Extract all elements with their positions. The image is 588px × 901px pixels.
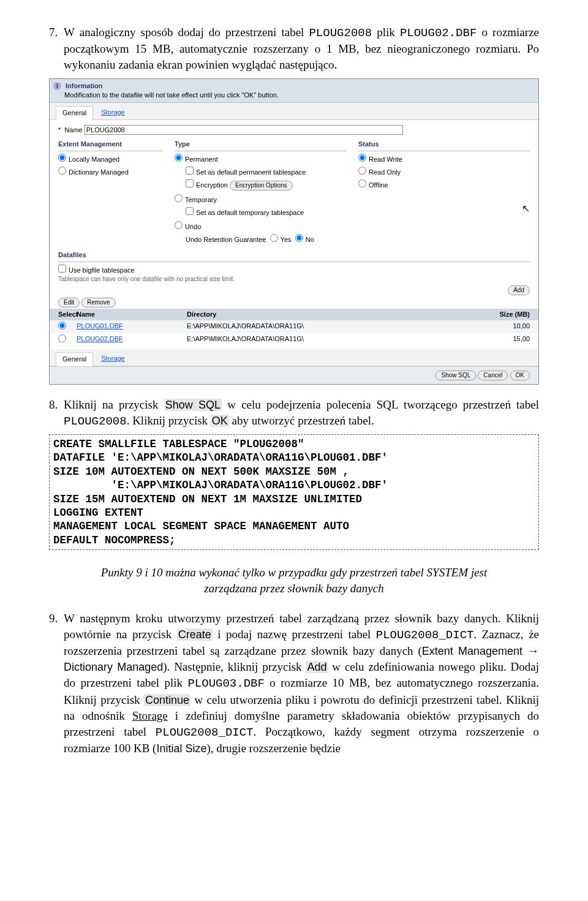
code: PLOUG2008_DICT [376,628,474,642]
undo-retention-row: Undo Retention Guarantee Yes No [186,234,346,244]
row-directory: E:\APP\MIKOLAJ\ORADATA\ORA11G\ [187,334,481,345]
code: PLOUG02.DBF [400,26,477,40]
cancel-button[interactable]: Cancel [478,371,508,380]
bigfile-note: Tablespace can have only one datafile wi… [58,275,530,284]
datafile-header-row: Select Name Directory Size (MB) [50,309,538,320]
label: Read Only [369,168,401,176]
tab-storage[interactable]: Storage [95,106,131,119]
extent-column: Extent Management Locally Managed Dictio… [58,138,162,244]
datafile-link[interactable]: PLOUG01.DBF [77,322,123,330]
info-text: Modification to the datafile will not ta… [64,91,279,99]
button-ref: Add [306,661,328,673]
label: Temporary [185,196,217,203]
col-size: Size (MB) [481,310,530,319]
radio-undo[interactable] [175,221,183,229]
text: ). Następnie, kliknij przycisk [163,660,306,673]
col-name: Name [77,310,187,319]
row-select[interactable] [58,322,77,332]
italic-note: Punkty 9 i 10 można wykonać tylko w przy… [98,565,490,597]
checkbox-default-permanent[interactable] [186,167,194,175]
tab-storage-bottom[interactable]: Storage [95,352,131,365]
checkbox-default-temporary[interactable] [186,207,194,215]
show-sql-button[interactable]: Show SQL [435,371,476,380]
radio-readonly[interactable] [358,167,366,175]
status-readwrite[interactable]: Read Write [358,154,530,164]
radio-permanent[interactable] [175,154,183,162]
row-directory: E:\APP\MIKOLAJ\ORADATA\ORA11G\ [187,322,481,332]
tabs-top: General Storage [50,103,538,120]
add-button[interactable]: Add [508,285,530,295]
row-select[interactable] [58,334,77,345]
type-temporary[interactable]: Temporary [175,194,346,205]
code: PLOUG2008_DICT [156,726,254,739]
radio-row-1[interactable] [58,322,66,330]
tab-general[interactable]: General [56,106,93,120]
perm-default-cb[interactable]: Set as default permanent tablespace [186,167,346,177]
tab-storage-link-bottom[interactable]: Storage [101,355,125,362]
radio-temporary[interactable] [175,194,183,202]
datafile-link[interactable]: PLOUG02.DBF [77,335,123,342]
ui-ref: Initial Size [156,742,206,755]
label: Dictionary Managed [69,168,129,176]
datafile-row: PLOUG02.DBF E:\APP\MIKOLAJ\ORADATA\ORA11… [50,333,538,346]
datafiles-header: Datafiles [58,249,530,262]
status-offline[interactable]: Offline [358,179,530,190]
info-bar: i Information Modification to the datafi… [50,79,538,103]
label: Encryption [196,181,228,189]
status-header: Status [358,138,530,151]
text: i podaj nazwę przestrzeni tabel [213,628,376,641]
ok-button[interactable]: OK [510,371,530,380]
button-ref: Continue [144,694,190,706]
row-name: PLOUG02.DBF [77,334,187,345]
radio-row-2[interactable] [58,334,66,342]
text: W analogiczny sposób dodaj do przestrzen… [64,26,309,39]
text: w celu podejrzenia polecenia SQL tworząc… [222,398,539,411]
text: aby utworzyć przestrzeń tabel. [229,414,374,427]
extent-header: Extent Management [58,138,162,151]
radio-undo-yes[interactable] [270,234,278,242]
ui-ref: Extent Management [422,645,522,657]
checkbox-encryption[interactable] [186,179,194,187]
remove-button[interactable]: Remove [81,298,115,307]
row-size: 10,00 [481,322,530,332]
name-input[interactable] [85,125,403,135]
radio-dictionary-managed[interactable] [58,167,66,175]
label: Permanent [185,156,218,163]
cursor-icon: ↖ [358,202,530,216]
label: Yes [281,236,292,243]
extent-local-option[interactable]: Locally Managed [58,154,162,164]
label: Read Write [369,156,402,163]
tabs-bottom: General Storage [50,349,538,366]
bigfile-row[interactable]: Use bigfile tablespace [58,265,530,275]
arrow: → [522,644,539,657]
code: PLOUG03.DBF [187,677,264,690]
tab-storage-link[interactable]: Storage [101,108,125,116]
paragraph-8: 8. Kliknij na przycisk Show SQL w celu p… [49,397,539,429]
type-permanent[interactable]: Permanent [175,154,346,164]
text: ), drugie rozszerzenie będzie [206,742,340,755]
datafile-row: PLOUG01.DBF E:\APP\MIKOLAJ\ORADATA\ORA11… [50,320,538,333]
temp-default-cb[interactable]: Set as default temporary tablespace [186,207,346,217]
radio-undo-no[interactable] [295,234,303,242]
type-header: Type [175,138,346,151]
row-name: PLOUG01.DBF [77,322,187,332]
col-directory: Directory [187,310,481,319]
encryption-options-button[interactable]: Encryption Options [230,181,293,190]
radio-readwrite[interactable] [358,154,366,162]
label: Locally Managed [69,156,119,163]
radio-locally-managed[interactable] [58,154,66,162]
encryption-row[interactable]: Encryption Encryption Options [186,179,346,190]
bottom-bar: Show SQL Cancel OK [50,366,538,384]
label: Set as default temporary tablespace [196,209,304,216]
paragraph-9: 9. W następnym kroku utworzymy przestrze… [49,611,539,757]
status-readonly[interactable]: Read Only [358,167,530,177]
name-label: Name [64,126,82,134]
type-undo[interactable]: Undo [175,221,346,232]
edit-button[interactable]: Edit [58,298,80,307]
radio-offline[interactable] [358,179,366,187]
button-ref: OK [211,415,229,427]
checkbox-bigfile[interactable] [58,265,66,273]
tab-general-bottom[interactable]: General [56,352,93,366]
extent-dict-option[interactable]: Dictionary Managed [58,167,162,177]
info-icon: i [53,82,61,90]
